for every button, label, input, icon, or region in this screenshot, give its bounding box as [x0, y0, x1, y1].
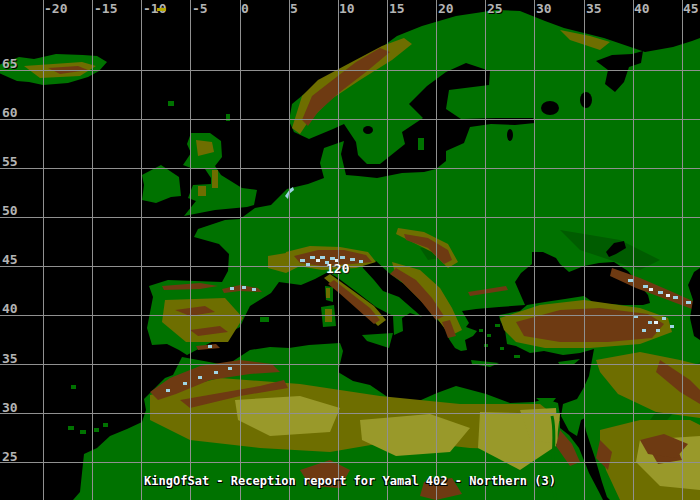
lat-tick-label: 60 — [2, 106, 18, 119]
lat-tick-label: 45 — [2, 253, 18, 266]
lon-tick-label: 10 — [339, 2, 355, 15]
lat-tick-label: 25 — [2, 450, 18, 463]
reception-map-screen: -20 -15 -10 -5 0 5 10 15 20 25 30 35 40 … — [0, 0, 700, 500]
map-title: KingOfSat - Reception report for Yamal 4… — [144, 474, 556, 488]
lat-tick-label: 55 — [2, 155, 18, 168]
mallorca-island — [260, 317, 269, 322]
lat-tick-label: 50 — [2, 204, 18, 217]
lon-tick-label: 5 — [290, 2, 298, 15]
lon-tick-label: -5 — [192, 2, 208, 15]
lake-onega — [580, 92, 592, 108]
lake-vanern — [363, 126, 373, 134]
lon-tick-label: 20 — [438, 2, 454, 15]
yellow-contour-tick — [157, 8, 166, 11]
lake-ladoga — [541, 101, 559, 115]
lat-tick-label: 30 — [2, 401, 18, 414]
lat-tick-label: 40 — [2, 302, 18, 315]
lon-tick-label: 45 — [683, 2, 699, 15]
lon-tick-label: -15 — [94, 2, 117, 15]
lon-tick-label: 0 — [241, 2, 249, 15]
lake-peipus — [507, 129, 513, 141]
faroe-islands — [168, 101, 174, 106]
lon-tick-label: 15 — [389, 2, 405, 15]
gotland-island — [418, 138, 424, 150]
europe-topographic-map — [0, 0, 700, 500]
lat-tick-label: 65 — [2, 57, 18, 70]
beam-value-label: 120 — [326, 262, 349, 275]
lon-tick-label: 30 — [536, 2, 552, 15]
lon-tick-label: 25 — [487, 2, 503, 15]
lon-tick-label: 35 — [586, 2, 602, 15]
lon-tick-label: -20 — [44, 2, 67, 15]
lat-tick-label: 35 — [2, 352, 18, 365]
lon-tick-label: 40 — [634, 2, 650, 15]
